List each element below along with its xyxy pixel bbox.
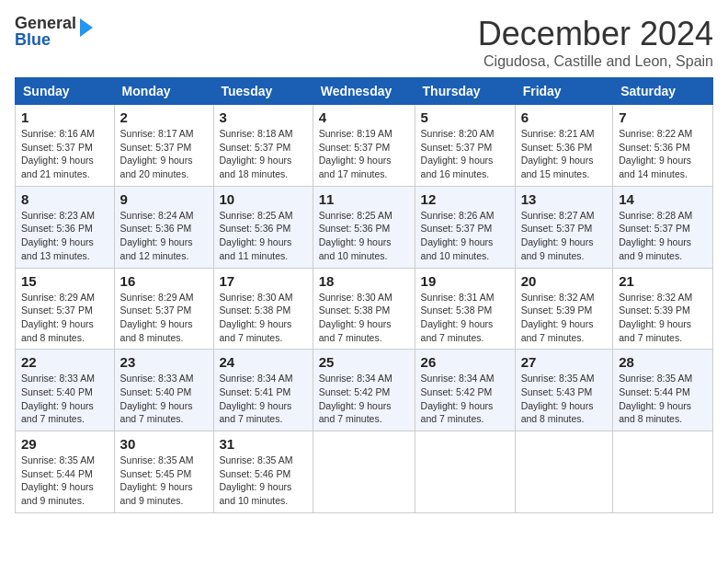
calendar-cell: 21Sunrise: 8:32 AMSunset: 5:39 PMDayligh… xyxy=(613,268,713,350)
calendar-cell: 7Sunrise: 8:22 AMSunset: 5:36 PMDaylight… xyxy=(613,105,713,187)
logo: General Blue xyxy=(15,15,93,48)
day-number: 23 xyxy=(120,354,208,370)
calendar-cell: 2Sunrise: 8:17 AMSunset: 5:37 PMDaylight… xyxy=(114,105,213,187)
day-number: 21 xyxy=(619,273,707,289)
calendar-cell: 16Sunrise: 8:29 AMSunset: 5:37 PMDayligh… xyxy=(114,268,213,350)
logo-blue: Blue xyxy=(15,31,76,48)
calendar-cell: 6Sunrise: 8:21 AMSunset: 5:36 PMDaylight… xyxy=(515,105,613,187)
day-info: Sunrise: 8:35 AMSunset: 5:45 PMDaylight:… xyxy=(120,454,208,508)
calendar-cell: 1Sunrise: 8:16 AMSunset: 5:37 PMDaylight… xyxy=(16,105,115,187)
day-number: 17 xyxy=(220,273,307,289)
page-header: General Blue December 2024 Cigudosa, Cas… xyxy=(15,15,713,70)
day-info: Sunrise: 8:20 AMSunset: 5:37 PMDaylight:… xyxy=(421,127,509,181)
calendar-day-header: Wednesday xyxy=(313,78,415,105)
month-title: December 2024 xyxy=(478,15,713,53)
calendar-table: SundayMondayTuesdayWednesdayThursdayFrid… xyxy=(15,77,713,513)
logo-general: General xyxy=(15,15,76,31)
day-number: 10 xyxy=(220,191,307,207)
day-number: 2 xyxy=(120,109,208,125)
day-info: Sunrise: 8:35 AMSunset: 5:44 PMDaylight:… xyxy=(619,372,707,426)
day-info: Sunrise: 8:21 AMSunset: 5:36 PMDaylight:… xyxy=(521,127,608,181)
day-number: 6 xyxy=(521,109,608,125)
day-number: 15 xyxy=(21,273,108,289)
calendar-cell: 22Sunrise: 8:33 AMSunset: 5:40 PMDayligh… xyxy=(16,350,115,431)
calendar-cell xyxy=(515,431,613,513)
day-info: Sunrise: 8:34 AMSunset: 5:42 PMDaylight:… xyxy=(421,372,509,426)
calendar-cell xyxy=(313,431,415,513)
day-number: 11 xyxy=(319,191,409,207)
calendar-day-header: Friday xyxy=(515,78,613,105)
day-number: 13 xyxy=(521,191,608,207)
day-number: 25 xyxy=(319,354,409,370)
calendar-cell xyxy=(415,431,515,513)
calendar-cell: 19Sunrise: 8:31 AMSunset: 5:38 PMDayligh… xyxy=(415,268,515,350)
calendar-cell: 11Sunrise: 8:25 AMSunset: 5:36 PMDayligh… xyxy=(313,186,415,268)
day-info: Sunrise: 8:30 AMSunset: 5:38 PMDaylight:… xyxy=(319,291,409,345)
calendar-cell: 8Sunrise: 8:23 AMSunset: 5:36 PMDaylight… xyxy=(16,186,115,268)
day-info: Sunrise: 8:28 AMSunset: 5:37 PMDaylight:… xyxy=(619,209,707,263)
calendar-cell: 18Sunrise: 8:30 AMSunset: 5:38 PMDayligh… xyxy=(313,268,415,350)
calendar-week-row: 8Sunrise: 8:23 AMSunset: 5:36 PMDaylight… xyxy=(16,186,713,268)
location: Cigudosa, Castille and Leon, Spain xyxy=(478,53,713,70)
day-info: Sunrise: 8:25 AMSunset: 5:36 PMDaylight:… xyxy=(319,209,409,263)
calendar-cell: 24Sunrise: 8:34 AMSunset: 5:41 PMDayligh… xyxy=(213,350,313,431)
calendar-cell: 9Sunrise: 8:24 AMSunset: 5:36 PMDaylight… xyxy=(114,186,213,268)
day-info: Sunrise: 8:18 AMSunset: 5:37 PMDaylight:… xyxy=(220,127,307,181)
calendar-day-header: Saturday xyxy=(613,78,713,105)
day-number: 30 xyxy=(120,436,208,452)
day-info: Sunrise: 8:23 AMSunset: 5:36 PMDaylight:… xyxy=(21,209,108,263)
day-info: Sunrise: 8:35 AMSunset: 5:46 PMDaylight:… xyxy=(220,454,307,508)
day-info: Sunrise: 8:17 AMSunset: 5:37 PMDaylight:… xyxy=(120,127,208,181)
calendar-cell: 10Sunrise: 8:25 AMSunset: 5:36 PMDayligh… xyxy=(213,186,313,268)
day-number: 20 xyxy=(521,273,608,289)
title-block: December 2024 Cigudosa, Castille and Leo… xyxy=(478,15,713,70)
calendar-cell: 30Sunrise: 8:35 AMSunset: 5:45 PMDayligh… xyxy=(114,431,213,513)
day-info: Sunrise: 8:34 AMSunset: 5:41 PMDaylight:… xyxy=(220,372,307,426)
calendar-cell: 5Sunrise: 8:20 AMSunset: 5:37 PMDaylight… xyxy=(415,105,515,187)
calendar-cell: 25Sunrise: 8:34 AMSunset: 5:42 PMDayligh… xyxy=(313,350,415,431)
calendar-week-row: 29Sunrise: 8:35 AMSunset: 5:44 PMDayligh… xyxy=(16,431,713,513)
day-number: 28 xyxy=(619,354,707,370)
day-number: 1 xyxy=(21,109,108,125)
calendar-week-row: 1Sunrise: 8:16 AMSunset: 5:37 PMDaylight… xyxy=(16,105,713,187)
day-info: Sunrise: 8:29 AMSunset: 5:37 PMDaylight:… xyxy=(120,291,208,345)
day-info: Sunrise: 8:25 AMSunset: 5:36 PMDaylight:… xyxy=(220,209,307,263)
day-number: 3 xyxy=(220,109,307,125)
calendar-cell: 13Sunrise: 8:27 AMSunset: 5:37 PMDayligh… xyxy=(515,186,613,268)
day-number: 9 xyxy=(120,191,208,207)
day-number: 19 xyxy=(421,273,509,289)
day-number: 22 xyxy=(21,354,108,370)
day-info: Sunrise: 8:22 AMSunset: 5:36 PMDaylight:… xyxy=(619,127,707,181)
day-number: 16 xyxy=(120,273,208,289)
day-info: Sunrise: 8:24 AMSunset: 5:36 PMDaylight:… xyxy=(120,209,208,263)
day-info: Sunrise: 8:32 AMSunset: 5:39 PMDaylight:… xyxy=(619,291,707,345)
calendar-cell xyxy=(613,431,713,513)
calendar-cell: 4Sunrise: 8:19 AMSunset: 5:37 PMDaylight… xyxy=(313,105,415,187)
calendar-cell: 29Sunrise: 8:35 AMSunset: 5:44 PMDayligh… xyxy=(16,431,115,513)
logo-text: General Blue xyxy=(15,15,76,48)
calendar-cell: 17Sunrise: 8:30 AMSunset: 5:38 PMDayligh… xyxy=(213,268,313,350)
day-number: 7 xyxy=(619,109,707,125)
calendar-cell: 28Sunrise: 8:35 AMSunset: 5:44 PMDayligh… xyxy=(613,350,713,431)
day-info: Sunrise: 8:19 AMSunset: 5:37 PMDaylight:… xyxy=(319,127,409,181)
day-number: 29 xyxy=(21,436,108,452)
calendar-header-row: SundayMondayTuesdayWednesdayThursdayFrid… xyxy=(16,78,713,105)
calendar-cell: 15Sunrise: 8:29 AMSunset: 5:37 PMDayligh… xyxy=(16,268,115,350)
day-number: 31 xyxy=(220,436,307,452)
day-number: 4 xyxy=(319,109,409,125)
calendar-cell: 3Sunrise: 8:18 AMSunset: 5:37 PMDaylight… xyxy=(213,105,313,187)
day-info: Sunrise: 8:29 AMSunset: 5:37 PMDaylight:… xyxy=(21,291,108,345)
calendar-day-header: Monday xyxy=(114,78,213,105)
day-info: Sunrise: 8:30 AMSunset: 5:38 PMDaylight:… xyxy=(220,291,307,345)
day-info: Sunrise: 8:35 AMSunset: 5:43 PMDaylight:… xyxy=(521,372,608,426)
day-info: Sunrise: 8:31 AMSunset: 5:38 PMDaylight:… xyxy=(421,291,509,345)
calendar-day-header: Thursday xyxy=(415,78,515,105)
day-number: 14 xyxy=(619,191,707,207)
calendar-body: 1Sunrise: 8:16 AMSunset: 5:37 PMDaylight… xyxy=(16,105,713,513)
day-number: 24 xyxy=(220,354,307,370)
day-info: Sunrise: 8:33 AMSunset: 5:40 PMDaylight:… xyxy=(21,372,108,426)
calendar-day-header: Tuesday xyxy=(213,78,313,105)
calendar-week-row: 22Sunrise: 8:33 AMSunset: 5:40 PMDayligh… xyxy=(16,350,713,431)
calendar-day-header: Sunday xyxy=(16,78,115,105)
day-info: Sunrise: 8:34 AMSunset: 5:42 PMDaylight:… xyxy=(319,372,409,426)
